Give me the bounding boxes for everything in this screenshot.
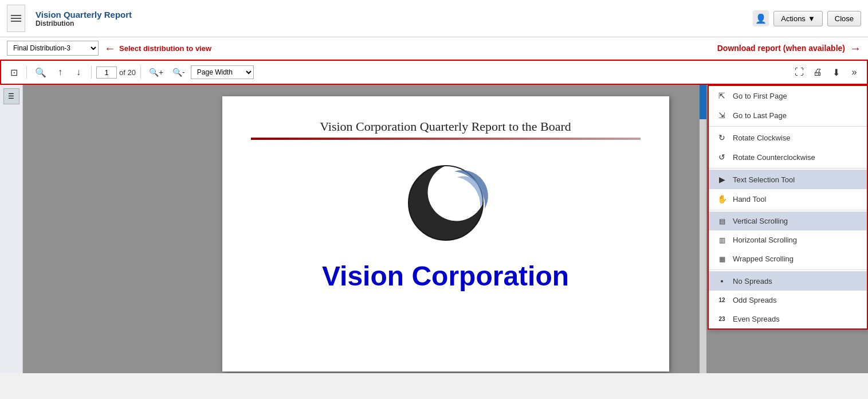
more-tools-btn[interactable]: » <box>846 64 862 80</box>
page-number-input[interactable] <box>96 66 117 79</box>
print-btn[interactable]: 🖨 <box>810 64 826 80</box>
scroll-up-btn[interactable]: ↑ <box>52 64 68 80</box>
menu-item-go-first-label: Go to First Page <box>733 92 787 100</box>
menu-item-wrapped-scroll[interactable]: ▦ Wrapped Scrolling <box>709 249 867 268</box>
dropdown-menu: ⇱ Go to First Page ⇲ Go to Last Page ↻ R… <box>708 85 868 330</box>
pdf-page: Vision Corporation Quarterly Report to t… <box>222 96 669 371</box>
separator-c <box>709 210 867 210</box>
scrollbar-thumb[interactable] <box>700 85 706 119</box>
menu-item-odd-spreads[interactable]: 12 Odd Spreads <box>709 291 867 310</box>
menu-item-horizontal-scroll[interactable]: ▥ Horizontal Scrolling <box>709 230 867 249</box>
menu-item-vertical-scroll[interactable]: ▤ Vertical Scrolling <box>709 212 867 230</box>
scroll-down-btn[interactable]: ↓ <box>70 64 87 80</box>
report-title: Vision Quarterly Report <box>36 10 132 19</box>
distribution-label: ← Select distribution to view <box>104 42 211 55</box>
rotate-cw-icon: ↻ <box>717 133 727 142</box>
menu-item-no-spreads[interactable]: ▪ No Spreads <box>709 271 867 291</box>
left-panel: ☰ <box>0 85 23 373</box>
annotation-bar: Final Distribution-3 Final Distribution-… <box>0 37 868 60</box>
vertical-scrollbar[interactable] <box>700 85 706 373</box>
header-title-area: Vision Quarterly Report Distribution <box>36 10 132 28</box>
menu-item-no-spreads-label: No Spreads <box>733 277 772 285</box>
company-logo <box>400 157 492 249</box>
report-subtitle: Distribution <box>36 19 132 28</box>
download-note: Download report (when available) → <box>717 42 861 55</box>
header-left: Vision Quarterly Report Distribution <box>7 5 132 32</box>
separator-b <box>709 168 867 169</box>
menu-item-go-last-label: Go to Last Page <box>733 111 787 120</box>
menu-item-rotate-cw-label: Rotate Clockwise <box>733 134 790 142</box>
hand-tool-icon: ✋ <box>717 194 727 204</box>
download-btn[interactable]: ⬇ <box>828 64 844 80</box>
pdf-toolbar: ⊡ 🔍 ↑ ↓ of 20 🔍+ 🔍- Page Width Fit Page … <box>0 60 868 85</box>
even-spreads-icon: 23 <box>717 316 727 322</box>
arrow-left-icon: ← <box>104 42 116 55</box>
menu-item-text-select-label: Text Selection Tool <box>733 175 795 184</box>
menu-item-hand-tool-label: Hand Tool <box>733 195 766 204</box>
zoom-select[interactable]: Page Width Fit Page 50% 75% 100% 125% 15… <box>191 65 254 79</box>
menu-item-rotate-ccw-label: Rotate Counterclockwise <box>733 153 815 162</box>
menu-item-go-last[interactable]: ⇲ Go to Last Page <box>709 105 867 125</box>
sidebar-icon <box>11 15 21 22</box>
actions-button[interactable]: Actions ▼ <box>773 11 823 26</box>
sidebar-toggle[interactable] <box>7 5 25 32</box>
menu-item-go-first[interactable]: ⇱ Go to First Page <box>709 86 867 105</box>
menu-item-rotate-ccw[interactable]: ↺ Rotate Counterclockwise <box>709 147 867 167</box>
actions-label: Actions <box>781 14 806 23</box>
separator-d <box>709 269 867 270</box>
menu-item-horizontal-scroll-label: Horizontal Scrolling <box>733 236 797 244</box>
wrapped-scroll-icon: ▦ <box>717 255 727 263</box>
download-note-text: Download report (when available) <box>717 44 845 53</box>
zoom-in-btn[interactable]: 🔍 <box>32 64 50 80</box>
pdf-page-title: Vision Corporation Quarterly Report to t… <box>320 119 571 134</box>
toggle-sidebar-btn[interactable]: ⊡ <box>6 64 22 80</box>
horizontal-scroll-icon: ▥ <box>717 236 727 244</box>
menu-item-even-spreads[interactable]: 23 Even Spreads <box>709 310 867 328</box>
go-first-icon: ⇱ <box>717 91 727 100</box>
no-spreads-icon: ▪ <box>717 276 727 285</box>
menu-item-wrapped-scroll-label: Wrapped Scrolling <box>733 255 794 263</box>
main-container: ☰ Vision Corporation Quarterly Report to… <box>0 85 868 373</box>
menu-item-even-spreads-label: Even Spreads <box>733 315 780 323</box>
pdf-area: Vision Corporation Quarterly Report to t… <box>23 85 868 373</box>
user-icon: 👤 <box>753 10 769 26</box>
vertical-scroll-icon: ▤ <box>717 217 727 225</box>
pdf-company-name: Vision Corporation <box>322 260 569 292</box>
separator-2 <box>91 66 92 79</box>
odd-spreads-icon: 12 <box>717 297 727 303</box>
header: Vision Quarterly Report Distribution 👤 A… <box>0 0 868 37</box>
separator-1 <box>26 66 27 79</box>
header-right: 👤 Actions ▼ Close <box>753 10 861 26</box>
separator-3 <box>140 66 141 79</box>
text-select-icon: ▶ <box>717 175 727 184</box>
annotation-left: Final Distribution-3 Final Distribution-… <box>7 41 211 56</box>
presentation-btn[interactable]: ⛶ <box>791 64 807 80</box>
page-total: of 20 <box>119 68 136 77</box>
go-last-icon: ⇲ <box>717 111 727 120</box>
separator-a <box>709 126 867 127</box>
menu-item-odd-spreads-label: Odd Spreads <box>733 296 777 304</box>
menu-item-text-select[interactable]: ▶ Text Selection Tool <box>709 170 867 189</box>
download-arrow-icon: → <box>850 42 861 55</box>
rotate-ccw-icon: ↺ <box>717 152 727 162</box>
chevron-down-icon: ▼ <box>808 14 815 23</box>
panel-pages-btn[interactable]: ☰ <box>3 88 19 104</box>
zoom-in-btn2[interactable]: 🔍+ <box>146 64 167 80</box>
menu-item-hand-tool[interactable]: ✋ Hand Tool <box>709 189 867 209</box>
menu-item-vertical-scroll-label: Vertical Scrolling <box>733 217 788 225</box>
select-distribution-text: Select distribution to view <box>119 44 211 53</box>
close-button[interactable]: Close <box>827 11 861 26</box>
menu-item-rotate-cw[interactable]: ↻ Rotate Clockwise <box>709 128 867 147</box>
zoom-out-btn[interactable]: 🔍- <box>169 64 188 80</box>
distribution-select[interactable]: Final Distribution-3 Final Distribution-… <box>7 41 99 56</box>
pdf-title-underline <box>251 138 641 140</box>
